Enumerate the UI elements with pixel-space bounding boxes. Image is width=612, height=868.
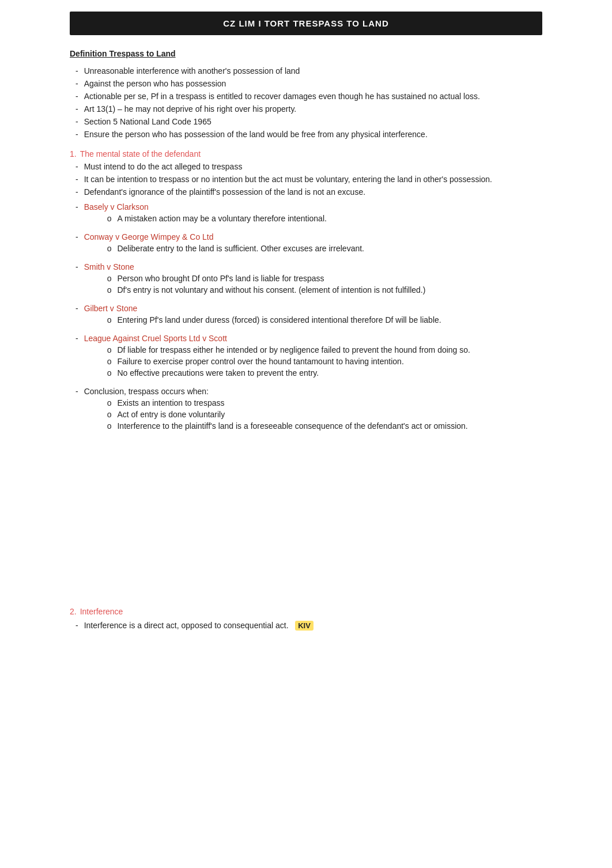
list-item: oA mistaken action may be a voluntary th… — [101, 214, 327, 223]
conclusion-sub: oExists an intention to trespass oAct of… — [84, 398, 468, 431]
list-item: oFailure to exercise proper control over… — [101, 357, 470, 366]
list-item: oDeliberate entry to the land is suffici… — [101, 244, 364, 253]
case2-list: - Smith v Stone oPerson who brought Df o… — [70, 262, 542, 298]
case2-name: Smith v Stone — [84, 262, 134, 271]
header-title: CZ LIM I TORT TRESPASS TO LAND — [223, 18, 389, 28]
list-item: -Actionable per se, Pf in a trespass is … — [70, 92, 542, 101]
section1-bullets: -Must intend to do the act alleged to tr… — [70, 162, 542, 197]
list-item: oExists an intention to trespass — [101, 398, 468, 407]
case1-name: Conway v George Wimpey & Co Ltd — [84, 232, 214, 241]
header-bar: CZ LIM I TORT TRESPASS TO LAND — [70, 12, 542, 35]
section1-number: 1. — [70, 149, 77, 158]
page-container: CZ LIM I TORT TRESPASS TO LAND Definitio… — [47, 0, 565, 670]
list-item: oDf liable for trespass either he intend… — [101, 345, 470, 354]
section1-header: 1. The mental state of the defendant — [70, 149, 542, 158]
list-item: - League Against Cruel Sports Ltd v Scot… — [70, 334, 542, 381]
list-item: -Unreasonable interference with another'… — [70, 66, 542, 76]
list-item: -Against the person who has possession — [70, 79, 542, 88]
list-item: - Smith v Stone oPerson who brought Df o… — [70, 262, 542, 298]
section2-title: Interference — [80, 607, 123, 616]
list-item: -It can be intention to trespass or no i… — [70, 175, 542, 184]
list-item: oNo effective precautions were taken to … — [101, 368, 470, 378]
case0-sub: oA mistaken action may be a voluntary th… — [84, 214, 327, 223]
section2-number: 2. — [70, 607, 77, 616]
section2-header: 2. Interference — [70, 607, 542, 616]
case1-sub: oDeliberate entry to the land is suffici… — [84, 244, 364, 253]
case0-list: - Basely v Clarkson oA mistaken action m… — [70, 202, 542, 227]
section1-title: The mental state of the defendant — [80, 149, 201, 158]
list-item: - Interference is a direct act, opposed … — [70, 621, 542, 630]
list-item: - Conway v George Wimpey & Co Ltd oDelib… — [70, 232, 542, 256]
list-item: oPerson who brought Df onto Pf's land is… — [101, 274, 426, 283]
list-item: -Must intend to do the act alleged to tr… — [70, 162, 542, 171]
conclusion-intro: Conclusion, trespass occurs when: — [84, 387, 209, 396]
kiv-badge: KIV — [295, 621, 313, 631]
case4-list: - League Against Cruel Sports Ltd v Scot… — [70, 334, 542, 381]
list-item: - Conclusion, trespass occurs when: oExi… — [70, 387, 542, 434]
list-item: oInterference to the plaintiff's land is… — [101, 421, 468, 431]
list-item: -Art 13(1) – he may not deprive of his r… — [70, 104, 542, 114]
list-item: - Gilbert v Stone oEntering Pf's land un… — [70, 304, 542, 328]
case1-list: - Conway v George Wimpey & Co Ltd oDelib… — [70, 232, 542, 256]
list-item: - Basely v Clarkson oA mistaken action m… — [70, 202, 542, 227]
definition-bullets: -Unreasonable interference with another'… — [70, 66, 542, 139]
list-item: oAct of entry is done voluntarily — [101, 410, 468, 419]
case3-name: Gilbert v Stone — [84, 304, 138, 313]
case4-name: League Against Cruel Sports Ltd v Scott — [84, 334, 227, 343]
spacer — [70, 440, 542, 601]
list-item: oEntering Pf's land under duress (forced… — [101, 315, 441, 324]
case3-sub: oEntering Pf's land under duress (forced… — [84, 315, 441, 324]
case4-sub: oDf liable for trespass either he intend… — [84, 345, 470, 378]
case3-list: - Gilbert v Stone oEntering Pf's land un… — [70, 304, 542, 328]
definition-title: Definition Trespass to Land — [70, 49, 542, 58]
list-item: -Defendant's ignorance of the plaintiff'… — [70, 187, 542, 197]
case2-sub: oPerson who brought Df onto Pf's land is… — [84, 274, 426, 295]
section2-bullet0-text: Interference is a direct act, opposed to… — [84, 621, 289, 630]
list-item: oDf's entry is not voluntary and without… — [101, 285, 426, 295]
list-item: -Ensure the person who has possession of… — [70, 130, 542, 139]
list-item: -Section 5 National Land Code 1965 — [70, 117, 542, 126]
case0-name: Basely v Clarkson — [84, 202, 149, 212]
section2-bullets: - Interference is a direct act, opposed … — [70, 621, 542, 630]
conclusion-block: - Conclusion, trespass occurs when: oExi… — [70, 387, 542, 434]
